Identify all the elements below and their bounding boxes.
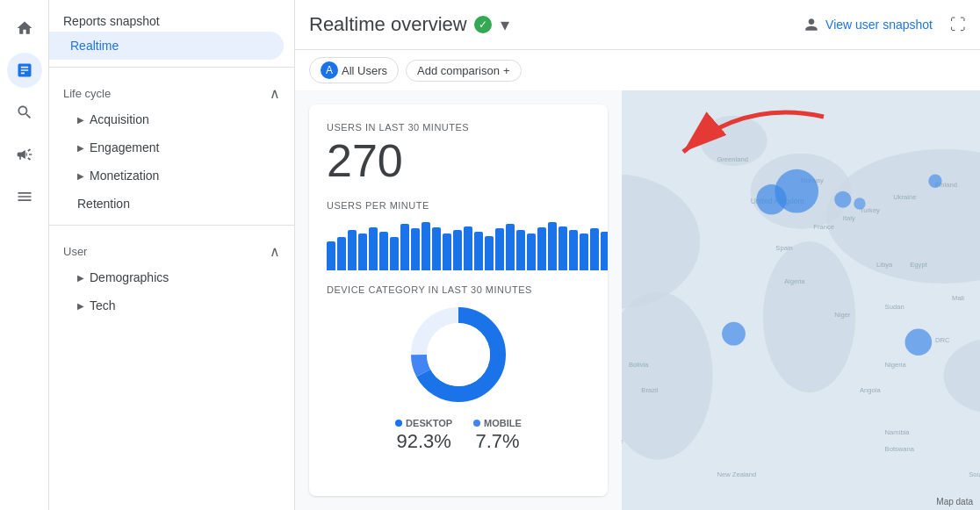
stats-card: USERS IN LAST 30 MINUTES 270 USERS PER M… [309,104,608,496]
bar [358,233,367,270]
svg-text:South Africa: South Africa [969,470,980,478]
user-section-label: User [63,245,87,258]
mobile-dot [473,420,480,427]
sidebar-item-realtime[interactable]: Realtime [49,32,284,60]
donut-legend: DESKTOP 92.3% MOBILE 7.7% [395,418,522,453]
sidebar-item-demographics[interactable]: ▶ Demographics [49,263,294,291]
bar [411,228,420,270]
sidebar-item-monetization[interactable]: ▶ Monetization [49,162,294,190]
svg-point-41 [834,191,851,208]
bar [506,224,515,270]
content-area: USERS IN LAST 30 MINUTES 270 USERS PER M… [295,90,980,510]
bar [485,236,494,271]
sidebar-item-explore[interactable] [7,95,42,130]
page-header: Realtime overview ✓ ▾ View user snapshot… [295,0,980,50]
svg-text:Angola: Angola [860,386,882,394]
svg-text:Ukraine: Ukraine [893,193,916,201]
svg-text:Chile: Chile [622,437,623,445]
svg-text:Botswana: Botswana [885,445,915,453]
bar [348,230,357,270]
svg-text:Sudan: Sudan [885,303,904,311]
bar [432,227,441,271]
svg-text:Namibia: Namibia [885,428,911,436]
svg-text:Italy: Italy [843,214,855,222]
main-content: Realtime overview ✓ ▾ View user snapshot… [295,0,980,510]
desktop-value: 92.3% [396,430,450,453]
users-label: USERS IN LAST 30 MINUTES [327,122,590,133]
sidebar-item-configure[interactable] [7,179,42,214]
bar [548,222,557,270]
mobile-legend: MOBILE 7.7% [473,418,522,453]
add-comparison-icon: + [503,64,510,77]
retention-label: Retention [77,197,130,211]
svg-text:France: France [813,223,834,231]
monetization-label: Monetization [90,169,159,183]
add-comparison-button[interactable]: Add comparison + [406,60,522,82]
sidebar-item-engagement[interactable]: ▶ Engagement [49,133,294,162]
acquisition-label: Acquisition [90,112,149,126]
sidebar-item-acquisition[interactable]: ▶ Acquisition [49,105,294,133]
sidebar-divider-1 [49,67,294,68]
bar [464,226,472,271]
donut-svg [406,302,511,407]
bar [569,230,578,270]
monetization-arrow: ▶ [77,171,84,181]
desktop-dot [395,420,402,427]
bar [558,226,567,271]
status-icon: ✓ [474,16,492,33]
bar [327,241,335,270]
lifecycle-section-header[interactable]: Life cycle ∧ [49,75,294,105]
title-row: Realtime overview ✓ ▾ [309,12,511,37]
svg-point-44 [722,322,746,346]
bar [422,222,430,270]
acquisition-arrow: ▶ [77,115,84,125]
svg-text:Bolivia: Bolivia [629,361,649,369]
sidebar-item-retention[interactable]: Retention [49,190,294,218]
sidebar-item-reports[interactable] [7,53,42,88]
svg-point-45 [905,329,933,356]
map-area: United Kingdom Norway Greenland Spain Fr… [622,90,980,510]
all-users-filter[interactable]: A All Users [309,57,399,83]
view-user-snapshot-button[interactable]: View user snapshot [796,11,940,39]
mobile-value: 7.7% [475,430,519,453]
bar [537,227,546,271]
icon-bar [0,0,49,510]
demographics-label: Demographics [90,270,169,284]
sidebar: Reports snapshot Realtime Life cycle ∧ ▶… [49,0,295,510]
lifecycle-chevron: ∧ [270,85,280,102]
svg-text:Nigeria: Nigeria [885,361,907,369]
reports-snapshot-link[interactable]: Reports snapshot [49,7,294,32]
world-map-svg: United Kingdom Norway Greenland Spain Fr… [622,90,980,510]
all-users-label: All Users [342,64,387,77]
svg-text:DRC: DRC [935,336,950,344]
user-section-header[interactable]: User ∧ [49,233,294,263]
svg-text:Egypt: Egypt [910,261,927,269]
tech-label: Tech [90,298,116,312]
add-comparison-label: Add comparison [417,64,500,77]
expand-icon[interactable]: ⛶ [950,16,966,34]
device-label: DEVICE CATEGORY IN LAST 30 MINUTES [327,284,590,295]
snapshot-icon [803,16,820,33]
bar [516,230,525,270]
title-dropdown-button[interactable]: ▾ [499,12,511,37]
bar [527,233,536,270]
view-snapshot-label: View user snapshot [825,18,933,32]
svg-text:New Zealand: New Zealand [717,470,756,478]
sidebar-item-advertising[interactable] [7,137,42,172]
sidebar-item-tech[interactable]: ▶ Tech [49,291,294,320]
engagement-arrow: ▶ [77,143,84,153]
bar [390,237,399,271]
desktop-legend: DESKTOP 92.3% [395,418,452,453]
tech-arrow: ▶ [77,301,84,311]
svg-text:Brazil: Brazil [641,386,658,394]
svg-text:Niger: Niger [834,311,851,319]
svg-point-42 [854,198,865,209]
bar [601,232,608,270]
sidebar-divider-2 [49,225,294,226]
svg-text:Spain: Spain [775,244,793,252]
bar [379,232,388,270]
sidebar-item-home[interactable] [7,11,42,46]
users-count: 270 [327,136,590,186]
demographics-arrow: ▶ [77,273,84,283]
bar [580,233,588,270]
